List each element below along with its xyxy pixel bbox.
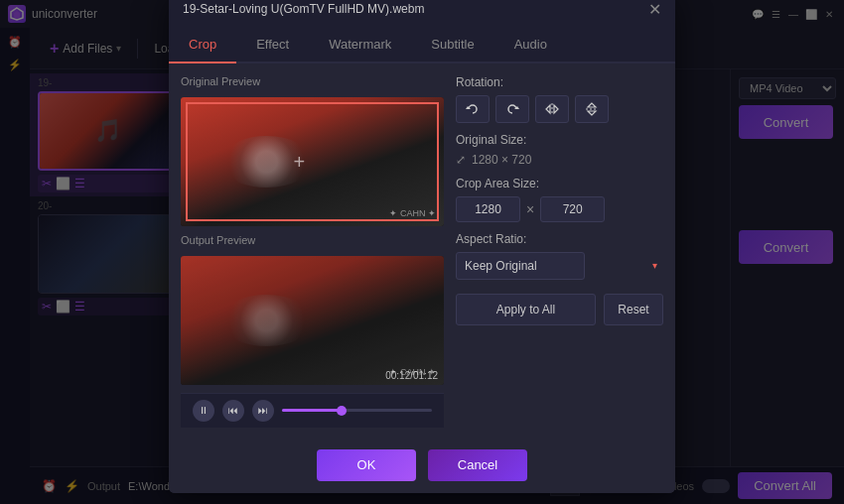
prev-button[interactable]: ⏮ <box>222 400 244 422</box>
flip-horizontal-button[interactable] <box>535 95 569 123</box>
tab-effect-label: Effect <box>256 37 289 52</box>
crop-height-input[interactable] <box>540 196 605 222</box>
original-size-value: ⤢ 1280 × 720 <box>456 153 663 167</box>
output-preview-box: 00:12/01:12 ✦ CAHN ✦ <box>181 256 444 385</box>
watermark-2: ✦ CAHN ✦ <box>389 367 436 377</box>
tab-effect[interactable]: Effect <box>236 27 309 63</box>
output-preview-image <box>181 256 444 385</box>
playback-controls: ⏸ ⏮ ⏭ <box>181 393 444 428</box>
crop-border <box>186 102 439 221</box>
cancel-button[interactable]: Cancel <box>428 449 527 481</box>
crop-width-input[interactable] <box>456 196 520 222</box>
rotation-label: Rotation: <box>456 75 663 89</box>
reset-button[interactable]: Reset <box>604 294 663 325</box>
timeline-handle[interactable] <box>337 406 347 416</box>
crop-area-label: Crop Area Size: <box>456 177 663 190</box>
tab-audio-label: Audio <box>514 37 547 52</box>
preview-area: Original Preview ✦ CAHN ✦ Output Preview… <box>181 75 444 428</box>
action-buttons: Apply to All Reset <box>456 294 663 325</box>
pause-button[interactable]: ⏸ <box>193 400 214 422</box>
modal-close-button[interactable]: ✕ <box>648 0 661 19</box>
modal-title-bar: 19-Setar-Loving U(GomTV FullHD MV).webm … <box>169 0 675 27</box>
original-preview-image <box>181 97 444 226</box>
tab-watermark-label: Watermark <box>329 37 391 52</box>
watermark-1: ✦ CAHN ✦ <box>389 208 436 218</box>
controls-area: Rotation: <box>456 75 663 428</box>
original-size-label: Original Size: <box>456 133 663 147</box>
tab-audio[interactable]: Audio <box>494 27 567 63</box>
svg-marker-8 <box>588 103 596 107</box>
original-preview-label: Original Preview <box>181 75 444 87</box>
aspect-ratio-section: Aspect Ratio: Keep Original 4:3 16:9 1:1… <box>456 232 663 280</box>
next-button[interactable]: ⏭ <box>252 400 274 422</box>
original-size-section: Original Size: ⤢ 1280 × 720 <box>456 133 663 167</box>
tab-crop-label: Crop <box>189 37 216 52</box>
modal-body: Original Preview ✦ CAHN ✦ Output Preview… <box>169 63 675 440</box>
original-size-text: 1280 × 720 <box>472 153 531 167</box>
tab-crop[interactable]: Crop <box>169 27 236 63</box>
modal-title: 19-Setar-Loving U(GomTV FullHD MV).webm <box>183 2 424 16</box>
rotate-ccw-button[interactable] <box>456 95 490 123</box>
resize-icon: ⤢ <box>456 153 466 167</box>
crop-separator: × <box>526 201 534 217</box>
modal-tabs: Crop Effect Watermark Subtitle Audio <box>169 27 675 63</box>
aspect-chevron-icon: ▾ <box>652 260 657 271</box>
timeline-fill <box>282 409 342 412</box>
rotate-cw-button[interactable] <box>495 95 529 123</box>
aspect-ratio-label: Aspect Ratio: <box>456 232 663 246</box>
tab-watermark[interactable]: Watermark <box>309 27 411 63</box>
tab-subtitle[interactable]: Subtitle <box>411 27 493 63</box>
rotation-buttons <box>456 95 663 123</box>
output-preview-label: Output Preview <box>181 234 444 246</box>
crop-inputs: × <box>456 196 663 222</box>
timeline[interactable] <box>282 409 432 412</box>
aspect-ratio-wrap: Keep Original 4:3 16:9 1:1 Custom ▾ <box>456 252 663 280</box>
aspect-ratio-select[interactable]: Keep Original 4:3 16:9 1:1 Custom <box>456 252 585 280</box>
apply-to-all-button[interactable]: Apply to All <box>456 294 596 325</box>
rotation-section: Rotation: <box>456 75 663 123</box>
svg-marker-6 <box>554 105 558 113</box>
flip-vertical-button[interactable] <box>575 95 609 123</box>
crop-modal: 19-Setar-Loving U(GomTV FullHD MV).webm … <box>169 0 675 493</box>
svg-marker-5 <box>546 105 550 113</box>
modal-footer: OK Cancel <box>169 440 675 493</box>
ok-button[interactable]: OK <box>317 449 416 481</box>
crop-area-section: Crop Area Size: × <box>456 177 663 222</box>
tab-subtitle-label: Subtitle <box>431 37 474 52</box>
svg-marker-9 <box>588 111 596 115</box>
modal-overlay: 19-Setar-Loving U(GomTV FullHD MV).webm … <box>0 0 844 504</box>
original-preview-box: ✦ CAHN ✦ <box>181 97 444 226</box>
